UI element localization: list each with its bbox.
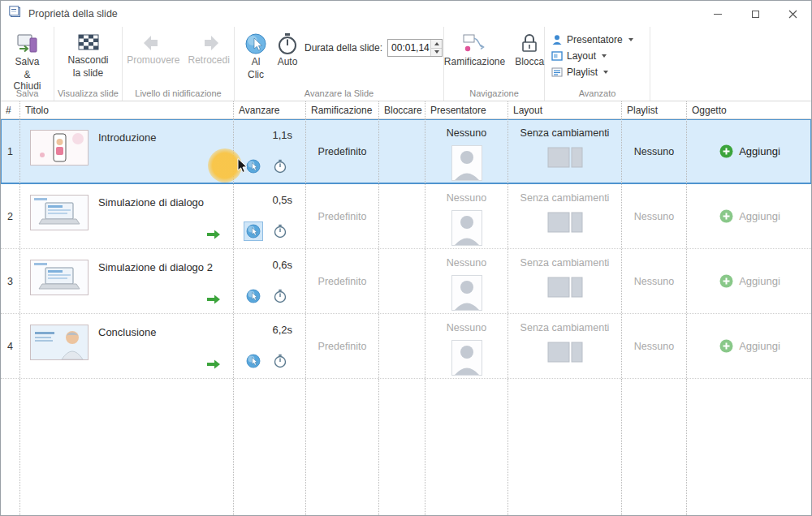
duration-spinner[interactable]: 00:01,14 — [387, 39, 443, 57]
layout-value: Senza cambiamenti — [508, 192, 621, 204]
advance-on-click-icon[interactable] — [244, 221, 263, 241]
advance-auto-icon[interactable] — [270, 286, 290, 306]
window-title: Proprietà della slide — [28, 8, 699, 19]
slide-thumbnail — [30, 130, 89, 166]
layout-preview-icon — [508, 340, 621, 364]
add-icon — [719, 144, 733, 158]
branching-value: Predefinito — [306, 184, 378, 248]
lock-button[interactable]: Blocca — [512, 31, 547, 70]
add-icon — [719, 209, 733, 223]
header-layout: Layout — [508, 101, 622, 118]
slide-thumbnail — [30, 260, 89, 295]
group-label-navigazione: Navigazione — [444, 88, 544, 98]
duration-value[interactable]: 00:01,14 — [388, 40, 430, 56]
playlist-value: Nessuno — [622, 314, 686, 378]
add-object-button[interactable]: Aggiungi — [687, 119, 812, 183]
presenter-value: Nessuno — [425, 192, 508, 204]
demote-arrow-icon — [197, 32, 221, 54]
slide-title: Simulazione di dialogo 2 — [98, 260, 213, 273]
layout-icon — [551, 50, 563, 62]
layout-preview-icon — [508, 145, 621, 170]
group-label-avanzato: Avanzato — [545, 88, 650, 98]
advance-auto-icon[interactable] — [270, 351, 290, 371]
playlist-dropdown[interactable]: Playlist — [551, 67, 633, 78]
maximize-button[interactable] — [736, 1, 774, 27]
add-icon — [719, 274, 733, 288]
layout-value: Senza cambiamenti — [508, 127, 621, 139]
slide-properties-dialog: Proprietà della slide Salva & Chiudi Sal… — [0, 0, 812, 516]
minimize-icon — [714, 14, 722, 15]
minimize-button[interactable] — [699, 1, 736, 27]
row-number: 2 — [1, 184, 20, 248]
advance-auto-icon[interactable] — [270, 221, 290, 241]
presenter-value: Nessuno — [425, 127, 508, 139]
demote-button[interactable]: Retrocedi — [185, 31, 233, 68]
chevron-down-icon — [603, 71, 608, 74]
branching-value: Predefinito — [306, 314, 378, 378]
table-header: # Titolo Avanzare Ramificazione Bloccare… — [1, 101, 811, 119]
spin-up-icon — [434, 42, 439, 45]
group-avanzato: Presentatore Layout — [545, 27, 650, 101]
playlist-value: Nessuno — [622, 119, 686, 183]
slide-title: Introduzione — [98, 130, 157, 144]
group-label-nidificazione: Livello di nidificazione — [123, 88, 234, 98]
playlist-icon — [551, 67, 563, 78]
save-close-icon — [16, 32, 39, 55]
slide-thumbnail — [30, 195, 89, 230]
header-playlist: Playlist — [622, 101, 687, 118]
close-button[interactable] — [774, 1, 811, 27]
group-label-avanzare: Avanzare la Slide — [235, 88, 443, 98]
app-icon — [9, 6, 22, 22]
mouse-cursor — [237, 158, 248, 174]
branching-button[interactable]: Ramificazione — [441, 31, 508, 70]
table-row[interactable]: 3 Simulazione di dialogo 2 — [1, 249, 811, 314]
group-label-salva: Salva — [1, 88, 54, 98]
add-object-button[interactable]: Aggiungi — [687, 249, 812, 313]
save-close-button[interactable]: Salva & Chiudi — [7, 31, 47, 93]
presenter-silhouette-icon — [425, 275, 508, 311]
add-icon — [719, 339, 733, 353]
header-branching: Ramificazione — [306, 101, 379, 118]
close-icon — [788, 10, 797, 19]
add-object-button[interactable]: Aggiungi — [687, 184, 812, 248]
layout-dropdown[interactable]: Layout — [551, 50, 633, 62]
titlebar: Proprietà della slide — [1, 1, 811, 27]
presenter-dropdown[interactable]: Presentatore — [551, 34, 633, 45]
slide-title: Conclusione — [98, 325, 157, 338]
auto-timer-icon — [277, 32, 298, 55]
advance-time: 0,5s — [272, 194, 292, 206]
table-row[interactable]: 1 Introduzione 1,1s — [1, 119, 811, 184]
slide-thumbnail — [30, 325, 89, 360]
advance-arrow-icon — [207, 295, 220, 307]
on-click-icon — [244, 32, 267, 55]
group-visualizza: Nascondi la slide Visualizza slide — [54, 27, 123, 101]
group-navigazione: Ramificazione Blocca Navigazione — [444, 27, 545, 101]
presenter-silhouette-icon — [425, 145, 508, 181]
promote-button[interactable]: Promuovere — [123, 31, 183, 68]
advance-arrow-icon — [207, 359, 220, 372]
branching-icon — [462, 32, 486, 55]
advance-on-click-icon[interactable] — [244, 286, 263, 306]
table-row[interactable]: 2 Simulazione di dialogo — [1, 184, 811, 249]
advance-on-click-button[interactable]: Al Clic — [241, 31, 270, 83]
layout-preview-icon — [508, 210, 621, 234]
header-presenter: Presentatore — [425, 101, 508, 118]
branching-value: Predefinito — [306, 249, 378, 313]
layout-value: Senza cambiamenti — [508, 322, 621, 333]
advance-on-click-icon[interactable] — [244, 351, 263, 371]
advance-auto-button[interactable]: Auto — [274, 31, 301, 70]
maximize-icon — [752, 11, 759, 18]
row-number: 1 — [1, 119, 20, 183]
table-row[interactable]: 4 Conclusione — [1, 314, 811, 379]
chevron-down-icon — [602, 54, 607, 58]
group-avanzare: Al Clic Auto Durata della slide: 00:01,1… — [235, 27, 444, 101]
hide-slide-button[interactable]: Nascondi la slide — [64, 31, 111, 81]
slides-table: # Titolo Avanzare Ramificazione Bloccare… — [1, 101, 811, 515]
slide-title: Simulazione di dialogo — [98, 195, 204, 209]
advance-time: 6,2s — [272, 324, 292, 336]
add-object-button[interactable]: Aggiungi — [687, 314, 812, 378]
group-nidificazione: Promuovere Retrocedi Livello di nidifica… — [123, 27, 235, 101]
group-salva: Salva & Chiudi Salva — [1, 27, 54, 101]
advance-auto-icon[interactable] — [270, 157, 290, 176]
header-number: # — [1, 101, 20, 118]
